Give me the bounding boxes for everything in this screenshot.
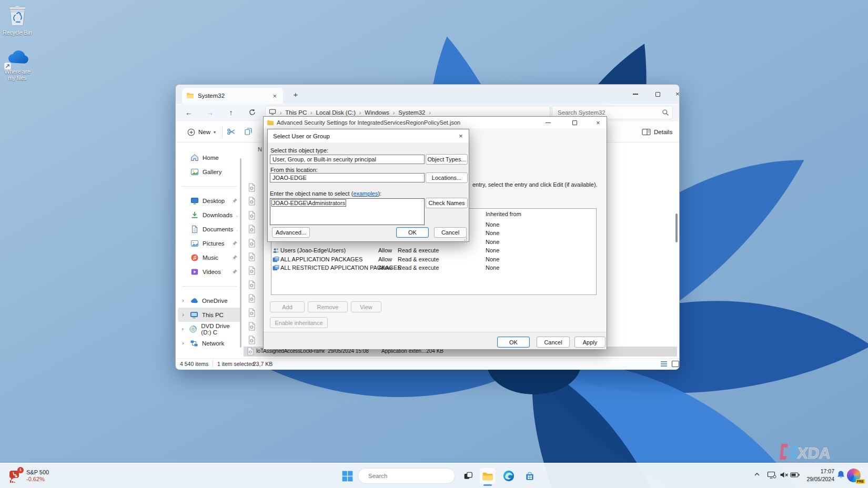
ok-button[interactable]: OK	[396, 227, 429, 238]
name-column-header-fragment[interactable]: N	[258, 146, 262, 152]
copilot-button[interactable]: PRE	[847, 469, 861, 482]
taskbar-file-explorer-button[interactable]	[480, 468, 496, 484]
dialog-title-bar[interactable]: Select User or Group	[268, 129, 469, 143]
sidebar-item-pictures[interactable]: Pictures	[178, 236, 241, 250]
locations-button[interactable]: Locations...	[426, 172, 468, 183]
examples-link[interactable]: examples	[353, 190, 378, 197]
sidebar-item-onedrive[interactable]: ›OneDrive	[178, 293, 241, 308]
tab-system32[interactable]: System32 ×	[182, 88, 283, 104]
sidebar-item-gallery[interactable]: Gallery	[178, 165, 241, 179]
maximize-button[interactable]	[569, 118, 580, 128]
task-view-button[interactable]	[460, 468, 476, 484]
advanced-button[interactable]: Advanced...	[272, 227, 310, 238]
cancel-button[interactable]: Cancel	[434, 227, 467, 238]
resize-grip[interactable]	[462, 235, 468, 240]
breadcrumb-item[interactable]: Local Disk (C:)	[315, 109, 357, 116]
chevron-right-icon[interactable]: ›	[180, 340, 186, 346]
check-names-button[interactable]: Check Names	[426, 198, 468, 208]
tray-chevron-up-icon[interactable]	[753, 471, 764, 480]
new-button[interactable]: New ▾	[183, 125, 220, 139]
chevron-right-icon[interactable]: ›	[180, 326, 185, 332]
close-icon[interactable]: ×	[455, 131, 467, 141]
forward-button[interactable]: →	[203, 106, 217, 119]
taskbar-search[interactable]	[358, 468, 455, 484]
sidebar-item-documents[interactable]: Documents	[178, 222, 241, 236]
sidebar-item-this-pc[interactable]: ›This PC	[178, 308, 241, 322]
sidebar-item-downloads[interactable]: Downloads	[178, 208, 241, 222]
dialog-title-bar[interactable]: Advanced Security Settings for Integrate…	[264, 117, 607, 128]
file-icon[interactable]	[248, 239, 256, 248]
location-computer-icon[interactable]	[269, 109, 276, 116]
sidebar-item-desktop[interactable]: Desktop	[178, 194, 241, 208]
object-name-input[interactable]: JOAO-EDGE\Administrators	[270, 198, 425, 225]
tray-cast-display-icon[interactable]	[767, 471, 778, 480]
tab-close-icon[interactable]: ×	[270, 92, 279, 100]
breadcrumb-chevron-icon[interactable]: ›	[357, 110, 364, 116]
up-button[interactable]: ↑	[224, 106, 238, 119]
details-view-toggle[interactable]	[660, 360, 669, 368]
permission-entry-row[interactable]: Users (Joao-Edge\Users)AllowRead & execu…	[271, 247, 596, 255]
breadcrumb-chevron-icon[interactable]: ›	[426, 110, 433, 116]
chevron-right-icon[interactable]: ›	[180, 312, 186, 318]
desktop-icon-where-are-my-files[interactable]: Where are my files	[0, 48, 35, 81]
ok-button[interactable]: OK	[497, 337, 530, 348]
tray-volume-muted-icon[interactable]	[780, 471, 790, 480]
breadcrumb-item[interactable]: Windows	[364, 109, 390, 116]
chevron-right-icon[interactable]: ›	[180, 298, 186, 303]
thumbnail-view-toggle[interactable]	[671, 360, 681, 368]
add-button[interactable]: Add	[270, 301, 305, 312]
taskbar-edge-button[interactable]	[501, 468, 517, 484]
file-icon[interactable]	[248, 308, 256, 317]
notification-bell-icon[interactable]	[836, 470, 847, 480]
sidebar-item-dvd-drive-d-c[interactable]: ›DVD Drive (D:) C	[178, 322, 241, 336]
breadcrumb-chevron-icon[interactable]: ›	[308, 110, 315, 116]
permission-entry-row[interactable]: ALL RESTRICTED APPLICATION PACKAGESAllow…	[271, 264, 596, 272]
file-icon[interactable]	[248, 322, 256, 331]
enable-inheritance-button[interactable]: Enable inheritance	[270, 317, 328, 328]
maximize-button[interactable]	[649, 88, 667, 100]
sidebar-item-videos[interactable]: Videos	[178, 265, 241, 279]
taskbar-store-button[interactable]	[522, 468, 538, 484]
details-pane-button[interactable]: Details	[639, 125, 675, 139]
breadcrumb-chevron-icon[interactable]: ›	[390, 110, 397, 116]
search-icon[interactable]	[662, 109, 669, 118]
view-button[interactable]: View	[351, 301, 381, 312]
start-button[interactable]	[339, 468, 355, 484]
file-list-scrollbar[interactable]	[675, 214, 678, 242]
inherited-from-column-header[interactable]: Inherited from	[486, 211, 521, 217]
new-tab-button[interactable]: +	[289, 90, 302, 99]
sidebar-item-music[interactable]: Music	[178, 250, 241, 265]
refresh-button[interactable]	[245, 106, 259, 119]
file-icon[interactable]	[248, 266, 256, 275]
object-type-field[interactable]: User, Group, or Built-in security princi…	[270, 155, 425, 164]
apply-button[interactable]: Apply	[574, 337, 605, 348]
minimize-button[interactable]	[627, 88, 644, 100]
copy-icon[interactable]	[244, 127, 254, 137]
tray-battery-icon[interactable]	[790, 471, 801, 480]
object-types-button[interactable]: Object Types...	[426, 154, 468, 165]
minimize-button[interactable]	[542, 118, 554, 128]
widgets-button[interactable]: 1 S&P 500 -0.62%	[3, 465, 82, 486]
back-button[interactable]: ←	[182, 106, 196, 119]
tray-clock[interactable]: 17:07 29/05/2024	[802, 467, 834, 483]
desktop-icon-recycle-bin[interactable]: Recycle Bin	[0, 4, 35, 36]
file-icon[interactable]	[248, 211, 256, 220]
file-icon[interactable]	[248, 225, 256, 233]
file-icon[interactable]	[248, 183, 256, 192]
file-icon[interactable]	[248, 294, 256, 303]
file-icon[interactable]	[248, 336, 256, 344]
breadcrumb-item[interactable]: System32	[397, 109, 426, 116]
breadcrumb-item[interactable]: This PC	[284, 109, 308, 116]
file-icon[interactable]	[248, 280, 256, 289]
sidebar-item-home[interactable]: Home	[178, 150, 241, 165]
close-icon[interactable]: ×	[592, 118, 604, 128]
close-button[interactable]: ×	[669, 88, 687, 100]
breadcrumb-chevron-icon[interactable]: ›	[277, 110, 284, 116]
taskbar-search-input[interactable]	[367, 472, 450, 480]
file-icon[interactable]	[248, 252, 256, 261]
sidebar-scrollbar[interactable]	[240, 158, 241, 348]
sidebar-item-network[interactable]: ›Network	[178, 336, 241, 350]
location-field[interactable]: JOAO-EDGE	[270, 173, 425, 182]
cancel-button[interactable]: Cancel	[537, 337, 570, 348]
permission-entry-row[interactable]: ALL APPLICATION PACKAGESAllowRead & exec…	[271, 256, 596, 264]
